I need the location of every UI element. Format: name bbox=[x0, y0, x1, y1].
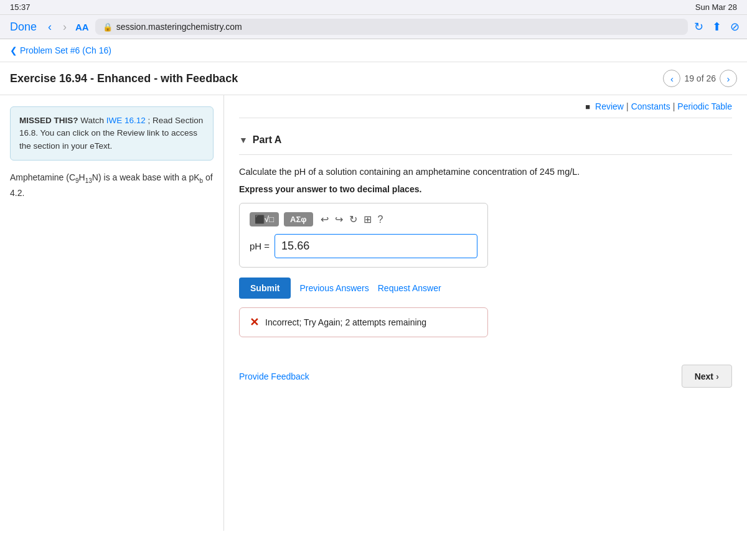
part-a-header: ▼ Part A bbox=[239, 128, 732, 155]
undo-icon[interactable]: ↩ bbox=[321, 213, 329, 225]
main-layout: MISSED THIS? Watch IWE 16.12 ; Read Sect… bbox=[0, 95, 747, 531]
next-button[interactable]: Next › bbox=[682, 365, 732, 388]
browser-icons: ↻ ⬆ ⊘ bbox=[694, 20, 740, 34]
missed-box: MISSED THIS? Watch IWE 16.12 ; Read Sect… bbox=[10, 106, 214, 161]
error-icon: ✕ bbox=[250, 315, 259, 329]
status-time: 15:37 bbox=[10, 2, 31, 12]
sidebar: MISSED THIS? Watch IWE 16.12 ; Read Sect… bbox=[0, 95, 224, 531]
aa-button[interactable]: AA bbox=[75, 22, 89, 32]
exercise-header: Exercise 16.94 - Enhanced - with Feedbac… bbox=[0, 62, 747, 95]
math-toolbar-icons: ↩ ↪ ↻ ⊞ ? bbox=[321, 213, 383, 225]
math-btn-sigma[interactable]: AΣφ bbox=[284, 212, 313, 226]
next-label: Next bbox=[695, 371, 713, 381]
share-icon[interactable]: ⬆ bbox=[712, 20, 721, 34]
iwe-link[interactable]: IWE 16.12 bbox=[106, 116, 146, 125]
status-bar: 15:37 Sun Mar 28 bbox=[0, 0, 747, 15]
browser-bar: Done ‹ › AA 🔒 session.masteringchemistry… bbox=[0, 15, 747, 39]
bottom-row: Provide Feedback Next › bbox=[239, 350, 732, 388]
exercise-prev-button[interactable]: ‹ bbox=[663, 70, 680, 87]
constants-link[interactable]: Constants bbox=[631, 101, 670, 111]
part-a-chevron[interactable]: ▼ bbox=[239, 135, 248, 145]
amphetamine-info: Amphetamine (C9H13N) is a weak base with… bbox=[10, 170, 214, 200]
question-text: Calculate the pH of a solution containin… bbox=[239, 165, 732, 179]
provide-feedback-link[interactable]: Provide Feedback bbox=[239, 371, 309, 381]
next-chevron-icon: › bbox=[716, 371, 719, 381]
math-toolbar: ⬛√□ AΣφ ↩ ↪ ↻ ⊞ ? bbox=[250, 212, 477, 226]
exercise-nav: ‹ 19 of 26 › bbox=[663, 70, 737, 87]
refresh-answer-icon[interactable]: ↻ bbox=[349, 213, 357, 225]
ph-input[interactable] bbox=[275, 234, 477, 258]
review-link[interactable]: Review bbox=[595, 101, 624, 111]
previous-answers-link[interactable]: Previous Answers bbox=[299, 283, 369, 293]
submit-button[interactable]: Submit bbox=[239, 278, 291, 299]
instruction-text: Express your answer to two decimal place… bbox=[239, 184, 732, 194]
content-area: ■ Review | Constants | Periodic Table ▼ … bbox=[224, 95, 747, 531]
ph-input-row: pH = bbox=[250, 234, 477, 258]
url-bar: 🔒 session.masteringchemistry.com bbox=[95, 19, 688, 35]
sep2: | bbox=[673, 101, 675, 111]
exercise-title: Exercise 16.94 - Enhanced - with Feedbac… bbox=[10, 72, 238, 85]
periodic-table-link[interactable]: Periodic Table bbox=[677, 101, 732, 111]
help-icon[interactable]: ? bbox=[378, 214, 383, 225]
exercise-page-count: 19 of 26 bbox=[684, 73, 716, 83]
error-text: Incorrect; Try Again; 2 attempts remaini… bbox=[265, 317, 426, 327]
redo-icon[interactable]: ↪ bbox=[335, 213, 343, 225]
lock-icon: 🔒 bbox=[103, 22, 113, 32]
ph-label: pH = bbox=[250, 241, 270, 251]
error-box: ✕ Incorrect; Try Again; 2 attempts remai… bbox=[239, 307, 488, 337]
browser-forward-button[interactable]: › bbox=[60, 19, 69, 35]
compass-icon[interactable]: ⊘ bbox=[730, 20, 740, 34]
answer-box: ⬛√□ AΣφ ↩ ↪ ↻ ⊞ ? pH = bbox=[239, 203, 488, 268]
done-button[interactable]: Done bbox=[7, 19, 39, 35]
action-row: Submit Previous Answers Request Answer bbox=[239, 278, 732, 299]
exercise-next-button[interactable]: › bbox=[720, 70, 737, 87]
breadcrumb-label: ❮ Problem Set #6 (Ch 16) bbox=[10, 45, 111, 55]
status-date: Sun Mar 28 bbox=[695, 2, 737, 12]
refresh-icon[interactable]: ↻ bbox=[694, 20, 703, 34]
page: ❮ Problem Set #6 (Ch 16) Exercise 16.94 … bbox=[0, 39, 747, 531]
part-a-label: Part A bbox=[253, 134, 282, 146]
keyboard-icon[interactable]: ⊞ bbox=[364, 213, 372, 225]
sep1: | bbox=[626, 101, 629, 111]
request-answer-link[interactable]: Request Answer bbox=[378, 283, 441, 293]
review-icon-symbol: ■ bbox=[585, 102, 590, 111]
browser-back-button[interactable]: ‹ bbox=[45, 19, 54, 35]
review-bar: ■ Review | Constants | Periodic Table bbox=[239, 95, 732, 118]
breadcrumb[interactable]: ❮ Problem Set #6 (Ch 16) bbox=[0, 39, 747, 62]
math-btn-sqrt[interactable]: ⬛√□ bbox=[250, 212, 279, 226]
url-text: session.masteringchemistry.com bbox=[116, 22, 242, 32]
missed-title: MISSED THIS? bbox=[19, 116, 78, 125]
missed-text-before: Watch bbox=[80, 116, 106, 125]
